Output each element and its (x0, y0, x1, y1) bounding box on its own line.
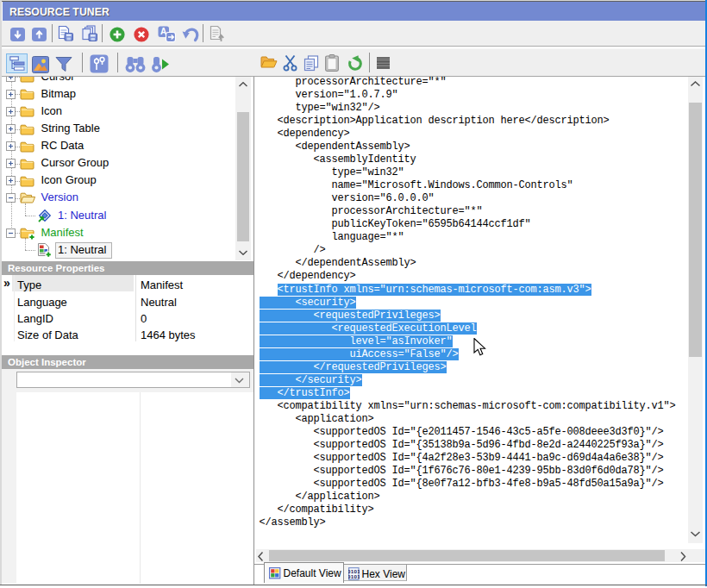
svg-text:0101: 0101 (348, 573, 360, 579)
